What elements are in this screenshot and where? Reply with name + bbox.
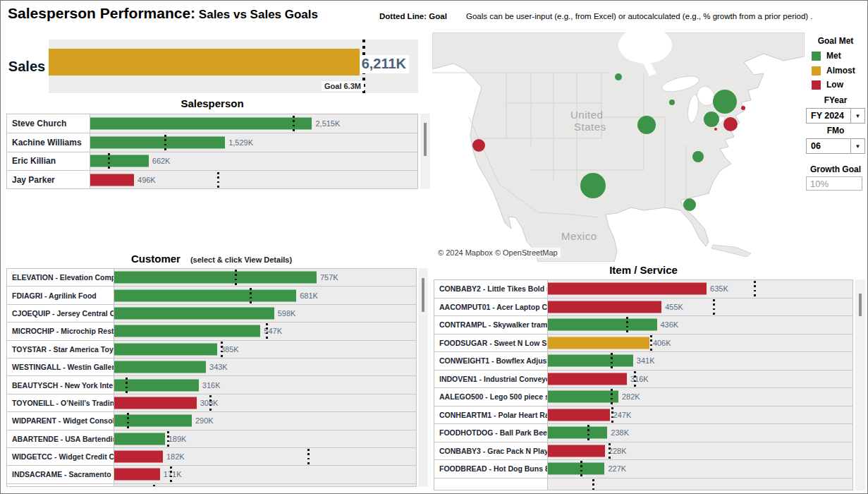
value-bar[interactable] — [90, 155, 149, 167]
table-row[interactable]: BEAUTYSCH - New York Internat..316K — [7, 376, 416, 394]
table-row[interactable]: CONWEIGHT1 - Bowflex Adjustabl..341K — [434, 352, 852, 370]
table-row[interactable]: FOODHOTDOG - Ball Park Beef Fra..238K — [434, 424, 852, 442]
map-bubble[interactable] — [704, 112, 719, 127]
map-bubble[interactable] — [723, 117, 738, 131]
row-label[interactable]: TOYSTAR - Star America Toys — [7, 341, 114, 358]
table-row[interactable]: WESTINGALL - Westin Galleria H..343K — [7, 359, 416, 376]
item-scrollbar-thumb[interactable] — [859, 294, 862, 316]
table-row[interactable]: ELEVATION - Elevation Compute..757K — [7, 269, 416, 287]
table-row[interactable]: Jay Parker496K — [7, 171, 417, 189]
row-label[interactable]: CONTRAMPL - Skywalker trampoli.. — [434, 316, 548, 334]
row-label[interactable]: ELEVATION - Elevation Compute.. — [7, 269, 114, 286]
value-bar[interactable] — [114, 325, 260, 337]
value-bar[interactable] — [90, 136, 225, 148]
chevron-down-icon[interactable]: ▼ — [850, 109, 864, 123]
table-row[interactable]: WIDPARENT - Widget Consolida..290K — [7, 412, 416, 430]
row-label[interactable]: MICROCHIP - Microchip Restaur.. — [7, 323, 114, 339]
row-label[interactable]: AALEGO500 - Lego 500 piece set — [434, 388, 548, 406]
value-bar[interactable] — [114, 272, 317, 284]
salesperson-scrollbar[interactable] — [420, 114, 430, 189]
legend-item-met[interactable]: Met — [812, 50, 841, 61]
value-bar[interactable] — [114, 361, 206, 373]
row-label[interactable] — [434, 478, 548, 491]
map-bubble[interactable] — [669, 100, 675, 105]
table-row[interactable]: AACOMPUT01 - Acer Laptop Comp..455K — [434, 299, 852, 317]
table-row[interactable]: CONTRAMPL - Skywalker trampoli..436K — [434, 316, 852, 335]
value-bar[interactable] — [114, 469, 160, 481]
value-bar[interactable] — [114, 307, 274, 319]
map-bubble[interactable] — [683, 198, 696, 211]
row-label[interactable]: AACOMPUT01 - Acer Laptop Comp.. — [434, 299, 548, 316]
row-label[interactable]: INDOVEN1 - Industrial Conveyor .. — [434, 370, 548, 388]
table-row[interactable]: FOODBREAD - Hot Dog Buns 8 PK ..227K — [434, 460, 852, 478]
value-bar[interactable] — [114, 397, 197, 409]
row-label[interactable]: FOODBREAD - Hot Dog Buns 8 PK .. — [434, 460, 548, 478]
map-bubble[interactable] — [615, 73, 622, 80]
table-row[interactable] — [434, 478, 852, 491]
table-row[interactable]: INDSACRAME - Sacramento Indu..171K — [7, 466, 416, 483]
salesperson-scrollbar-thumb[interactable] — [424, 123, 427, 156]
value-bar[interactable] — [548, 355, 633, 367]
value-bar[interactable] — [114, 343, 217, 355]
table-row[interactable]: CONBABY3 - Grac Pack N Play wit..228K — [434, 442, 852, 461]
table-row[interactable]: Kachine Williams1,529K — [7, 133, 417, 152]
row-label[interactable]: WESTINGALL - Westin Galleria H.. — [7, 359, 114, 375]
map-bubble[interactable] — [472, 139, 485, 152]
value-bar[interactable] — [548, 391, 618, 403]
fyear-dropdown[interactable]: FY 2024 ▼ — [806, 108, 865, 124]
map-bubble[interactable] — [580, 173, 606, 198]
row-label[interactable]: CONBABY3 - Grac Pack N Play wit.. — [434, 442, 548, 460]
row-label[interactable]: FOODSUGAR - Sweet N Low Sugar.. — [434, 335, 548, 352]
table-row[interactable]: CONBABY2 - Little Tikes Bold n Br..635K — [434, 280, 852, 299]
row-label[interactable]: WIDGETCC - Widget Credit Card — [7, 448, 114, 465]
table-row[interactable]: Steve Church2,515K — [7, 114, 417, 133]
map-bubble[interactable] — [714, 128, 717, 131]
table-row[interactable]: FDIAGRI - Agrilink Food681K — [7, 287, 416, 304]
row-label[interactable]: CONWEIGHT1 - Bowflex Adjustabl.. — [434, 352, 548, 370]
table-row[interactable]: AALEGO500 - Lego 500 piece set282K — [434, 388, 852, 406]
table-row[interactable]: Eric Killian662K — [7, 152, 417, 171]
customer-scrollbar[interactable] — [418, 268, 428, 487]
value-bar[interactable] — [114, 433, 165, 445]
map-bubble[interactable] — [692, 151, 704, 162]
sales-kpi-bar[interactable] — [49, 49, 360, 76]
row-label[interactable]: Kachine Williams — [7, 133, 90, 152]
value-bar[interactable] — [548, 337, 649, 349]
item-scrollbar[interactable] — [855, 279, 865, 490]
row-label[interactable]: Steve Church — [7, 114, 90, 133]
value-bar[interactable] — [90, 174, 134, 186]
value-bar[interactable] — [548, 319, 657, 331]
growth-goal-input[interactable] — [806, 176, 862, 191]
row-label[interactable]: FDIAGRI - Agrilink Food — [7, 287, 114, 303]
table-row[interactable]: WIDGETCC - Widget Credit Card182K — [7, 448, 416, 466]
row-label[interactable]: INDSACRAME - Sacramento Indu.. — [7, 466, 114, 483]
row-label[interactable]: CONHEARTM1 - Polar Heart Rate .. — [434, 406, 548, 424]
row-label[interactable]: ABARTENDE - USA Bartending S.. — [7, 430, 114, 447]
row-label[interactable]: Eric Killian — [7, 152, 90, 171]
customer-scrollbar-thumb[interactable] — [422, 278, 424, 312]
value-bar[interactable] — [114, 415, 192, 427]
table-row[interactable]: MICROCHIP - Microchip Restaur..547K — [7, 323, 416, 340]
value-bar[interactable] — [114, 451, 163, 463]
value-bar[interactable] — [90, 117, 312, 129]
table-row[interactable]: TOYONEILL - O’Neill’s Trading308K — [7, 394, 416, 412]
row-label[interactable]: Jay Parker — [7, 171, 90, 189]
fmo-dropdown[interactable]: 06 ▼ — [806, 138, 865, 154]
legend-item-almost[interactable]: Almost — [812, 65, 855, 76]
chevron-down-icon[interactable]: ▼ — [850, 139, 864, 153]
map-bubble[interactable] — [713, 90, 737, 114]
table-row[interactable]: FOODSUGAR - Sweet N Low Sugar..406K — [434, 335, 852, 353]
table-row[interactable] — [7, 484, 416, 487]
value-bar[interactable] — [548, 301, 661, 313]
row-label[interactable]: CONBABY2 - Little Tikes Bold n Br.. — [434, 280, 548, 298]
legend-item-low[interactable]: Low — [812, 79, 843, 90]
row-label[interactable]: TOYONEILL - O’Neill’s Trading — [7, 394, 114, 411]
value-bar[interactable] — [548, 427, 607, 439]
value-bar[interactable] — [548, 445, 605, 457]
row-label[interactable] — [7, 484, 114, 487]
value-bar[interactable] — [548, 463, 604, 475]
row-label[interactable]: FOODHOTDOG - Ball Park Beef Fra.. — [434, 424, 548, 442]
value-bar[interactable] — [548, 283, 707, 295]
table-row[interactable]: ABARTENDE - USA Bartending S..189K — [7, 430, 416, 448]
table-row[interactable]: CJOEQUIP - Jersey Central Offic..598K — [7, 305, 416, 323]
